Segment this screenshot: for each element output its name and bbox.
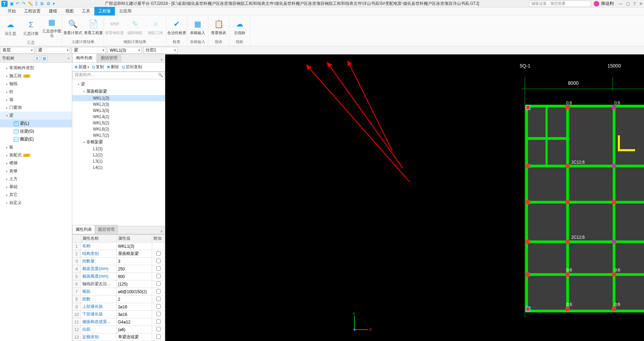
prop-row[interactable]: 1名称WKL1(3) (73, 242, 165, 250)
prop-row[interactable]: 7箍筋⌀6@100/150(2) (73, 288, 165, 296)
prop-row[interactable]: 10下部通长筋3⌀16 (73, 311, 165, 318)
property-panel-close-icon[interactable]: × (158, 229, 165, 234)
prop-row[interactable]: 6轴线距梁左边...(125) (73, 280, 165, 288)
layer-select[interactable]: 分层1 (143, 47, 178, 54)
nav-cat-土方[interactable]: 土方 (0, 175, 72, 183)
prop-value[interactable]: G4⌀12 (116, 318, 152, 326)
quick-doc-icon[interactable]: 🗎 (40, 1, 44, 6)
prop-value[interactable]: 2⌀16 (116, 303, 152, 311)
prop-value[interactable]: 单梁连续梁 (116, 333, 152, 341)
tree-group-非框架梁[interactable]: 非框架梁 (72, 138, 165, 146)
quick-sigma-icon[interactable]: Σ (35, 1, 38, 6)
nav-cat-板[interactable]: 板 (0, 143, 72, 151)
maximize-icon[interactable]: ▢ (626, 1, 630, 6)
nav-item-连梁(G)[interactable]: ⊓连梁(G) (0, 127, 72, 135)
prop-value[interactable]: (125) (116, 280, 152, 288)
tree-item-WKL7(2)[interactable]: WKL7(2) (72, 132, 165, 138)
quick-settings-icon[interactable]: ⚙ (46, 1, 51, 6)
tree-item-L2(2)[interactable]: L2(2) (72, 152, 165, 158)
toolbar-复制[interactable]: ⧉复制 (92, 64, 104, 70)
tree-item-WKL3(3)[interactable]: WKL3(3) (72, 107, 165, 114)
category-select[interactable]: 梁 (36, 47, 70, 54)
subcategory-select[interactable]: 梁 (72, 47, 106, 54)
prop-extra-checkbox[interactable] (152, 303, 165, 311)
nav-close-icon[interactable]: × (67, 56, 70, 61)
prop-extra-checkbox[interactable] (152, 288, 165, 296)
tree-item-WKL4(2)[interactable]: WKL4(2) (72, 114, 165, 120)
help-icon[interactable]: ? (633, 1, 636, 6)
tree-item-WKL1(3)[interactable]: WKL1(3) (72, 95, 165, 101)
nav-cat-常用构件类型[interactable]: 常用构件类型 (0, 64, 72, 72)
quick-ruler-icon[interactable]: 📏 (28, 1, 33, 6)
close-icon[interactable]: ✕ (639, 1, 643, 6)
ribbon-btn-汇总选中图元[interactable]: ▦汇总选中图元 (41, 15, 62, 39)
ribbon-btn-表格输入[interactable]: ▦表格输入 (187, 17, 208, 37)
quick-undo-icon[interactable]: ↶ (16, 1, 20, 6)
prop-row[interactable]: 12拉筋(⌀6) (73, 326, 165, 333)
tree-item-L4(1)[interactable]: L4(1) (72, 164, 165, 170)
menu-视图[interactable]: 视图 (61, 7, 78, 16)
prop-extra-checkbox[interactable] (152, 318, 165, 326)
prop-row[interactable]: 3跨数量3 (73, 258, 165, 265)
nav-item-圈梁(E)[interactable]: ▭圈梁(E) (0, 135, 72, 143)
nav-cat-基础[interactable]: 基础 (0, 183, 72, 191)
menu-工程设置[interactable]: 工程设置 (20, 7, 45, 16)
menu-工程量[interactable]: 工程量 (94, 7, 115, 16)
prop-row[interactable]: 4截面宽度(mm)250 (73, 265, 165, 273)
prop-extra-checkbox[interactable] (152, 265, 165, 273)
prop-row[interactable]: 8肢数2 (73, 296, 165, 303)
prop-value[interactable]: 3⌀16 (116, 311, 152, 318)
tree-item-WKL6(2)[interactable]: WKL6(2) (72, 126, 165, 132)
prop-value[interactable]: WKL1(3) (116, 242, 152, 250)
nav-cat-施工段[interactable]: 施工段VIP (0, 72, 72, 80)
tab-layer-mgmt[interactable]: 图层管理 (95, 225, 118, 234)
nav-cat-楼梯[interactable]: 楼梯 (0, 159, 72, 167)
prop-extra-checkbox[interactable] (152, 296, 165, 303)
drawing-canvas[interactable]: 5Q-1 15000 5Q-3 8000 7900 5Q-C 5Q-B 5Q-A… (165, 54, 644, 341)
prop-row[interactable]: 13定额类别单梁连续梁 (73, 333, 165, 341)
nav-cat-自定义[interactable]: 自定义 (0, 199, 72, 207)
quick-redo-icon[interactable]: ↷ (22, 1, 25, 6)
prop-value[interactable]: 600 (116, 273, 152, 280)
prop-extra-checkbox[interactable] (152, 280, 165, 288)
ribbon-btn-汇总计算[interactable]: Σ汇总计算 (21, 18, 41, 37)
nav-view-grid-icon[interactable]: ▦ (41, 56, 47, 61)
nav-cat-装配式[interactable]: 装配式VIP (0, 151, 72, 159)
ribbon-btn-云汇总[interactable]: ☁云汇总 (0, 18, 21, 37)
minimize-icon[interactable]: — (619, 1, 623, 6)
nav-cat-墙[interactable]: 墙 (0, 96, 72, 104)
nav-cat-轴线[interactable]: 轴线 (0, 80, 72, 88)
nav-cat-柱[interactable]: 柱 (0, 88, 72, 96)
menu-建模[interactable]: 建模 (45, 7, 61, 16)
component-search-input[interactable]: 搜索构件... (72, 72, 165, 79)
prop-extra-checkbox[interactable] (152, 311, 165, 318)
prop-value[interactable]: 屋面框架梁 (116, 250, 152, 258)
toolbar-删除[interactable]: ✖删除 (107, 64, 119, 70)
tree-item-WKL2(3)[interactable]: WKL2(3) (72, 101, 165, 107)
ribbon-btn-查看计算式[interactable]: 🔍查看计算式 (62, 17, 83, 37)
prop-extra-checkbox[interactable] (152, 258, 165, 265)
prop-extra-checkbox[interactable] (152, 242, 165, 250)
ribbon-btn-云指标[interactable]: ☁云指标 (229, 17, 250, 37)
menu-开始[interactable]: 开始 (3, 7, 20, 16)
component-panel-close-icon[interactable]: × (158, 58, 165, 62)
nav-view-list-icon[interactable]: ≣ (34, 56, 40, 61)
tab-properties[interactable]: 属性列表 (72, 225, 95, 234)
prop-value[interactable]: (⌀6) (116, 326, 152, 333)
tree-item-L3(1)[interactable]: L3(1) (72, 158, 165, 164)
prop-value[interactable]: 3 (116, 258, 152, 265)
username[interactable]: 陈达利 (601, 1, 614, 7)
tree-root[interactable]: 梁 (72, 81, 165, 88)
prop-extra-checkbox[interactable] (152, 250, 165, 258)
nav-cat-其它[interactable]: 其它 (0, 191, 72, 199)
prop-value[interactable]: 2 (116, 296, 152, 303)
ribbon-btn-查看报表[interactable]: 📋查看报表 (208, 17, 229, 37)
prop-extra-checkbox[interactable] (152, 333, 165, 341)
toolbar-层间复制[interactable]: ⧉层间复制 (122, 64, 142, 70)
quick-save-icon[interactable]: ▣ (10, 1, 14, 6)
ribbon-btn-合法性检查[interactable]: ✔合法性检查 (166, 17, 187, 37)
prop-row[interactable]: 9上部通长筋2⌀16 (73, 303, 165, 311)
prop-extra-checkbox[interactable] (152, 326, 165, 333)
prop-value[interactable]: ⌀6@100/150(2) (116, 288, 152, 296)
global-search-input[interactable]: 键验这里，搜您想要 (529, 1, 591, 7)
